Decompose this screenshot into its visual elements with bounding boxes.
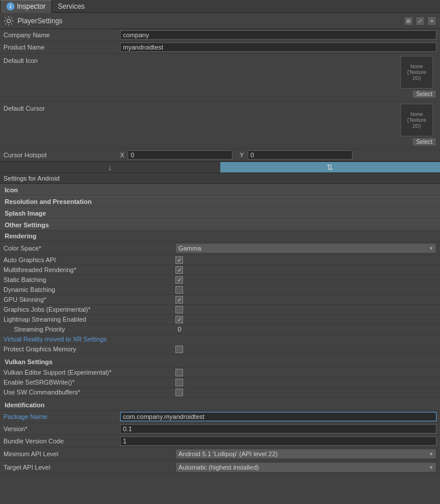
default-cursor-box[interactable]: None (Texture 2D) xyxy=(400,104,433,136)
tab-inspector[interactable]: i Inspector xyxy=(0,0,52,13)
auto-graphics-api-row: Auto Graphics API xyxy=(0,255,440,265)
bundle-version-code-input[interactable] xyxy=(120,436,437,446)
section-other-settings[interactable]: Other Settings xyxy=(0,219,440,231)
gear-icon xyxy=(3,16,14,26)
tab-services[interactable]: Services xyxy=(52,0,90,13)
cursor-hotspot-row: Cursor Hotspot X Y xyxy=(0,149,440,161)
default-icon-select-btn[interactable]: Select xyxy=(412,90,437,98)
company-name-row: Company Name xyxy=(0,29,440,41)
vulkan-editor-support-checkbox[interactable] xyxy=(175,369,183,376)
product-name-input[interactable] xyxy=(120,43,437,52)
set-srgb-write-row: Enable SetSRGBWrite()* xyxy=(0,378,440,387)
graphics-jobs-label: Graphics Jobs (Experimental)* xyxy=(3,306,175,313)
title-buttons: ⊞ ⤢ ≡ xyxy=(404,16,437,26)
identification-header: Identification xyxy=(0,400,440,411)
progress-bar-area: ↓ ⇅ xyxy=(0,161,440,173)
streaming-priority-row: Streaming Priority 0 xyxy=(0,325,440,334)
color-space-label: Color Space* xyxy=(3,245,175,252)
settings-button[interactable]: ≡ xyxy=(427,16,437,26)
sw-commandbuffers-checkbox[interactable] xyxy=(175,389,183,396)
lightmap-streaming-checkbox[interactable] xyxy=(175,316,183,323)
section-splash[interactable]: Splash Image xyxy=(0,207,440,219)
target-api-level-label: Target API Level xyxy=(3,464,175,471)
package-name-label: Package Name xyxy=(3,413,120,420)
progress-left[interactable]: ↓ xyxy=(0,162,220,172)
package-name-input[interactable] xyxy=(120,412,437,421)
y-label: Y xyxy=(240,151,244,158)
default-cursor-label: Default Cursor xyxy=(3,104,120,112)
set-srgb-write-checkbox[interactable] xyxy=(175,379,183,386)
static-batching-row: Static Batching xyxy=(0,275,440,285)
vulkan-editor-support-label: Vulkan Editor Support (Experimental)* xyxy=(3,369,175,376)
version-label: Version* xyxy=(3,425,120,432)
tab-inspector-label: Inspector xyxy=(17,2,45,10)
protect-graphics-memory-checkbox[interactable] xyxy=(175,346,183,353)
sw-commandbuffers-row: Use SW Commandbuffers* xyxy=(0,387,440,397)
default-icon-label: Default Icon xyxy=(3,56,120,64)
xy-fields: X Y xyxy=(120,150,437,160)
minimum-api-level-row: Minimum API Level Android 5.1 'Lollipop'… xyxy=(0,447,440,461)
x-label: X xyxy=(120,151,124,158)
gpu-skinning-row: GPU Skinning* xyxy=(0,295,440,305)
lightmap-streaming-label: Lightmap Streaming Enabled xyxy=(3,316,175,323)
bundle-version-code-row: Bundle Version Code xyxy=(0,435,440,447)
sw-commandbuffers-label: Use SW Commandbuffers* xyxy=(3,389,175,396)
svg-point-0 xyxy=(7,19,10,23)
static-batching-checkbox[interactable] xyxy=(175,276,183,284)
section-resolution[interactable]: Resolution and Presentation xyxy=(0,196,440,207)
download-icon: ↓ xyxy=(108,163,112,172)
dynamic-batching-row: Dynamic Batching xyxy=(0,285,440,295)
company-name-input[interactable] xyxy=(120,30,437,40)
progress-right[interactable]: ⇅ xyxy=(220,162,441,172)
dynamic-batching-label: Dynamic Batching xyxy=(3,286,175,293)
multithreaded-rendering-label: Multithreaded Rendering* xyxy=(3,266,175,273)
y-input[interactable] xyxy=(248,150,353,160)
graphics-jobs-checkbox[interactable] xyxy=(175,306,183,313)
set-srgb-write-label: Enable SetSRGBWrite()* xyxy=(3,379,175,386)
lightmap-streaming-row: Lightmap Streaming Enabled xyxy=(0,315,440,325)
player-settings-title: PlayerSettings xyxy=(17,17,62,25)
vr-link[interactable]: Virtual Reality moved to XR Settings xyxy=(3,336,107,343)
tab-services-label: Services xyxy=(58,2,85,10)
target-api-level-select[interactable]: Automatic (highest installed) ▼ xyxy=(175,462,437,473)
company-name-label: Company Name xyxy=(3,31,120,38)
title-bar: PlayerSettings ⊞ ⤢ ≡ xyxy=(0,13,440,29)
maximize-button[interactable]: ⤢ xyxy=(416,16,425,26)
inspector-icon: i xyxy=(6,2,15,10)
auto-graphics-api-checkbox[interactable] xyxy=(175,256,183,264)
main-content: Company Name Product Name Default Icon N… xyxy=(0,29,440,504)
multithreaded-rendering-row: Multithreaded Rendering* xyxy=(0,265,440,275)
color-space-arrow: ▼ xyxy=(429,246,434,251)
static-batching-label: Static Batching xyxy=(3,276,175,283)
minimum-api-level-select[interactable]: Android 5.1 'Lollipop' (API level 22) ▼ xyxy=(175,449,437,459)
layout-button[interactable]: ⊞ xyxy=(404,16,413,26)
default-icon-box[interactable]: None (Texture 2D) xyxy=(400,56,433,89)
multithreaded-rendering-checkbox[interactable] xyxy=(175,266,183,274)
target-api-level-arrow: ▼ xyxy=(429,465,434,470)
bundle-version-code-label: Bundle Version Code xyxy=(3,438,120,445)
target-api-level-row: Target API Level Automatic (highest inst… xyxy=(0,461,440,474)
tab-bar: i Inspector Services xyxy=(0,0,440,13)
color-space-row: Color Space* Gamma ▼ xyxy=(0,242,440,255)
graphics-jobs-row: Graphics Jobs (Experimental)* xyxy=(0,305,440,315)
protect-graphics-memory-label: Protect Graphics Memory xyxy=(3,346,175,353)
vulkan-editor-support-row: Vulkan Editor Support (Experimental)* xyxy=(0,368,440,378)
x-input[interactable] xyxy=(128,150,233,160)
upload-icon: ⇅ xyxy=(326,163,333,172)
default-icon-row: Default Icon None (Texture 2D) Select xyxy=(0,54,440,101)
rendering-header: Rendering xyxy=(0,231,440,242)
default-cursor-select-btn[interactable]: Select xyxy=(412,138,437,146)
default-cursor-row: Default Cursor None (Texture 2D) Select xyxy=(0,101,440,149)
minimum-api-level-label: Minimum API Level xyxy=(3,450,175,457)
default-cursor-box-wrapper: None (Texture 2D) Select xyxy=(400,104,437,146)
minimum-api-level-arrow: ▼ xyxy=(429,452,434,457)
version-input[interactable] xyxy=(120,424,437,433)
dynamic-batching-checkbox[interactable] xyxy=(175,286,183,294)
gpu-skinning-checkbox[interactable] xyxy=(175,296,183,304)
vr-link-row: Virtual Reality moved to XR Settings xyxy=(0,334,440,344)
streaming-priority-value: 0 xyxy=(178,326,437,333)
product-name-row: Product Name xyxy=(0,41,440,54)
color-space-select[interactable]: Gamma ▼ xyxy=(175,243,437,253)
package-name-row: Package Name xyxy=(0,411,440,423)
section-icon[interactable]: Icon xyxy=(0,184,440,196)
